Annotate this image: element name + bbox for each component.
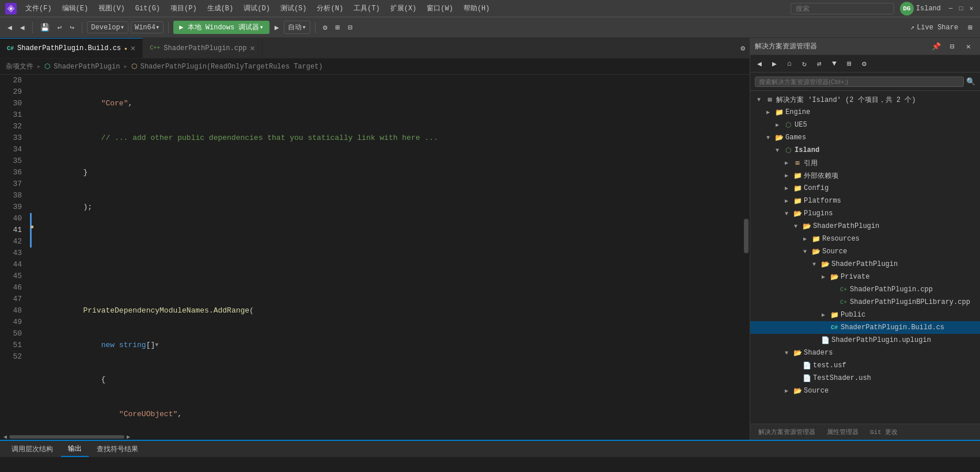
scroll-left-btn[interactable]: ◀ bbox=[3, 433, 7, 440]
tree-item-source-island[interactable]: ▶ 📂 Source bbox=[750, 385, 980, 397]
tree-arrow-private[interactable]: ▶ bbox=[819, 272, 828, 281]
tree-item-private[interactable]: ▶ 📂 Private bbox=[750, 271, 980, 283]
scrollbar-thumb-v[interactable] bbox=[744, 219, 749, 253]
tree-arrow-config[interactable]: ▶ bbox=[782, 184, 791, 193]
se-forward-btn[interactable]: ▶ bbox=[768, 57, 781, 71]
se-refresh-btn[interactable]: ↻ bbox=[797, 57, 811, 71]
tree-arrow-refs[interactable]: ▶ bbox=[782, 158, 791, 168]
se-close-button[interactable]: ✕ bbox=[962, 40, 975, 54]
tree-item-games[interactable]: ▼ 📂 Games bbox=[750, 131, 980, 144]
code-editor[interactable]: 28 29 30 31 32 33 34 35 36 37 38 39 40 4… bbox=[0, 75, 750, 434]
toolbar-btn-extra2[interactable]: ⊞ bbox=[333, 21, 343, 34]
expand-button[interactable]: ⊞ bbox=[965, 21, 975, 34]
tree-arrow-shaderpathplugin-src[interactable]: ▼ bbox=[810, 260, 819, 269]
tab-close-cpp[interactable]: ✕ bbox=[250, 44, 255, 52]
back-button[interactable]: ◀ bbox=[5, 21, 15, 34]
se-unpin-button[interactable]: ⊟ bbox=[945, 40, 959, 54]
menu-git[interactable]: Git(G) bbox=[131, 3, 165, 14]
bottom-tab-call-hierarchy[interactable]: 调用层次结构 bbox=[5, 441, 60, 457]
se-footer-tab-properties[interactable]: 属性管理器 bbox=[823, 427, 862, 437]
tree-item-plugins[interactable]: ▼ 📂 Plugins bbox=[750, 207, 980, 220]
tree-arrow-public[interactable]: ▶ bbox=[819, 310, 828, 319]
menu-debug[interactable]: 调试(D) bbox=[239, 2, 275, 14]
se-back-btn[interactable]: ◀ bbox=[753, 57, 766, 71]
tree-item-ue5[interactable]: ▶ ⬡ UE5 bbox=[750, 119, 980, 131]
bottom-tab-output[interactable]: 输出 bbox=[61, 441, 89, 457]
live-share-button[interactable]: ↗ Live Share bbox=[906, 21, 963, 33]
tree-item-resources[interactable]: ▶ 📁 Resources bbox=[750, 233, 980, 245]
menu-extensions[interactable]: 扩展(X) bbox=[386, 2, 421, 14]
toolbar-btn-extra1[interactable]: ⚙ bbox=[320, 21, 331, 34]
config-dropdown[interactable]: Develop▾ bbox=[87, 21, 128, 33]
tree-item-config[interactable]: ▶ 📁 Config bbox=[750, 182, 980, 195]
tree-item-platforms[interactable]: ▶ 📁 Platforms bbox=[750, 195, 980, 207]
tree-arrow-solution[interactable]: ▼ bbox=[754, 95, 764, 104]
menu-tools[interactable]: 工具(T) bbox=[349, 2, 385, 14]
menu-help[interactable]: 帮助(H) bbox=[459, 2, 495, 14]
se-sync-btn[interactable]: ⇄ bbox=[812, 57, 826, 71]
tree-item-testshader-ush[interactable]: ▶ 📄 TestShader.ush bbox=[750, 372, 980, 385]
run-plain-button[interactable]: ▶ bbox=[272, 21, 282, 34]
tree-arrow-source-island[interactable]: ▶ bbox=[782, 386, 791, 395]
se-settings-btn[interactable]: ⚙ bbox=[857, 57, 871, 71]
tree-item-refs[interactable]: ▶ ⊞ 引用 bbox=[750, 157, 980, 169]
collapse-btn-35[interactable]: ▼ bbox=[155, 340, 162, 351]
tree-item-solution[interactable]: ▼ ⊞ 解决方案 'Island' (2 个项目，共 2 个) bbox=[750, 93, 980, 106]
vertical-scrollbar[interactable] bbox=[743, 75, 750, 434]
tree-item-shaderpathplugin-root[interactable]: ▼ 📂 ShaderPathPlugin bbox=[750, 220, 980, 233]
tree-item-shaders[interactable]: ▼ 📂 Shaders bbox=[750, 347, 980, 359]
tree-item-test-usf[interactable]: ▶ 📄 test.usf bbox=[750, 359, 980, 372]
tree-arrow-engine[interactable]: ▶ bbox=[764, 108, 773, 117]
auto-dropdown[interactable]: 自动▾ bbox=[284, 21, 310, 34]
code-content[interactable]: "Core", // ... add other public dependen… bbox=[40, 75, 743, 434]
se-pin-button[interactable]: 📌 bbox=[929, 40, 943, 54]
minimize-button[interactable]: ─ bbox=[947, 5, 955, 13]
tree-item-shaderpathplugin-src[interactable]: ▼ 📂 ShaderPathPlugin bbox=[750, 258, 980, 271]
tree-item-extdeps[interactable]: ▶ 📁 外部依赖项 bbox=[750, 169, 980, 182]
platform-dropdown[interactable]: Win64▾ bbox=[131, 21, 164, 33]
run-button[interactable]: ▶ 本地 Windows 调试器▾ bbox=[173, 21, 269, 34]
se-footer-tab-solution[interactable]: 解决方案资源管理器 bbox=[755, 427, 819, 437]
tree-item-shaderpathplugin-cpp[interactable]: ▶ C+ ShaderPathPlugin.cpp bbox=[750, 283, 980, 296]
menu-file[interactable]: 文件(F) bbox=[21, 2, 56, 14]
horizontal-scrollbar[interactable]: ◀ ▶ bbox=[0, 434, 750, 440]
redo-button[interactable]: ↪ bbox=[67, 21, 77, 34]
scroll-right-btn[interactable]: ▶ bbox=[127, 433, 130, 440]
undo-button[interactable]: ↩ bbox=[55, 21, 65, 34]
tab-close-build-cs[interactable]: ✕ bbox=[131, 44, 135, 52]
tree-arrow-source-plugin[interactable]: ▼ bbox=[800, 247, 810, 256]
tree-item-public[interactable]: ▶ 📁 Public bbox=[750, 309, 980, 321]
tree-item-source-plugin[interactable]: ▼ 📂 Source bbox=[750, 245, 980, 258]
save-all-button[interactable]: 💾 bbox=[37, 21, 52, 34]
menu-build[interactable]: 生成(B) bbox=[203, 2, 238, 14]
se-search-input[interactable] bbox=[755, 77, 964, 87]
tab-cpp[interactable]: C++ ShaderPathPlugin.cpp ✕ bbox=[143, 38, 262, 58]
se-footer-tab-git[interactable]: Git 更改 bbox=[867, 427, 901, 437]
tree-arrow-shaderpathplugin-root[interactable]: ▼ bbox=[791, 222, 800, 231]
menu-view[interactable]: 视图(V) bbox=[94, 2, 130, 14]
tree-item-bplibrary-cpp[interactable]: ▶ C+ ShaderPathPluginBPLibrary.cpp bbox=[750, 296, 980, 309]
tree-item-build-cs[interactable]: ▶ C# ShaderPathPlugin.Build.cs bbox=[750, 321, 980, 334]
close-button[interactable]: ✕ bbox=[967, 5, 975, 13]
menu-edit[interactable]: 编辑(E) bbox=[58, 2, 93, 14]
tree-arrow-ue5[interactable]: ▶ bbox=[773, 120, 782, 130]
bottom-tab-find-symbols[interactable]: 查找符号结果 bbox=[90, 441, 145, 457]
tree-item-uplugin[interactable]: ▶ 📄 ShaderPathPlugin.uplugin bbox=[750, 334, 980, 347]
toolbar-btn-extra3[interactable]: ⊟ bbox=[345, 21, 355, 34]
user-profile-badge[interactable]: DG bbox=[900, 2, 914, 16]
tab-build-cs[interactable]: C# ShaderPathPlugin.Build.cs ● ✕ bbox=[0, 38, 143, 58]
tree-arrow-games[interactable]: ▼ bbox=[764, 133, 773, 142]
se-filter-btn[interactable]: ▼ bbox=[827, 57, 841, 71]
se-allfiles-btn[interactable]: ⊞ bbox=[842, 57, 856, 71]
menu-window[interactable]: 窗口(W) bbox=[422, 2, 458, 14]
se-home-btn[interactable]: ⌂ bbox=[783, 57, 796, 71]
menu-analyze[interactable]: 分析(N) bbox=[312, 2, 348, 14]
tree-arrow-plugins[interactable]: ▼ bbox=[782, 209, 791, 218]
tree-item-island[interactable]: ▼ ⬡ Island bbox=[750, 144, 980, 157]
global-search-input[interactable] bbox=[791, 3, 894, 14]
tree-arrow-resources[interactable]: ▶ bbox=[800, 234, 810, 243]
menu-test[interactable]: 测试(S) bbox=[276, 2, 312, 14]
tree-item-engine[interactable]: ▶ 📁 Engine bbox=[750, 106, 980, 119]
tree-arrow-island[interactable]: ▼ bbox=[773, 146, 782, 155]
editor-settings-button[interactable]: ⚙ bbox=[736, 38, 750, 58]
